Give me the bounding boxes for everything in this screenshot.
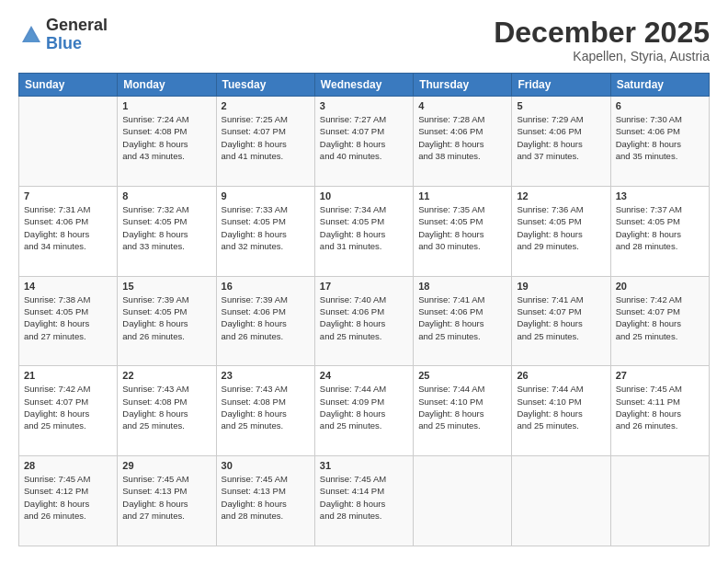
calendar-cell	[610, 456, 709, 546]
day-number: 29	[122, 460, 210, 471]
day-number: 31	[320, 460, 408, 471]
logo-general: General	[46, 17, 108, 35]
calendar-cell: 14Sunrise: 7:38 AMSunset: 4:05 PMDayligh…	[19, 276, 118, 366]
day-info: Sunrise: 7:44 AMSunset: 4:09 PMDaylight:…	[320, 383, 408, 431]
day-number: 9	[222, 190, 310, 201]
day-info: Sunrise: 7:45 AMSunset: 4:12 PMDaylight:…	[24, 473, 112, 522]
day-number: 28	[24, 460, 112, 471]
day-number: 24	[320, 370, 408, 381]
calendar-cell: 20Sunrise: 7:42 AMSunset: 4:07 PMDayligh…	[610, 276, 709, 366]
logo: General Blue	[18, 17, 108, 53]
day-info: Sunrise: 7:25 AMSunset: 4:07 PMDaylight:…	[222, 113, 310, 162]
day-number: 4	[418, 100, 506, 111]
day-number: 14	[24, 281, 112, 292]
calendar-cell: 22Sunrise: 7:43 AMSunset: 4:08 PMDayligh…	[118, 366, 216, 456]
calendar-cell	[19, 97, 118, 187]
day-info: Sunrise: 7:43 AMSunset: 4:08 PMDaylight:…	[222, 383, 310, 431]
calendar-cell: 23Sunrise: 7:43 AMSunset: 4:08 PMDayligh…	[216, 366, 314, 456]
calendar-cell: 7Sunrise: 7:31 AMSunset: 4:06 PMDaylight…	[19, 186, 118, 276]
day-info: Sunrise: 7:31 AMSunset: 4:06 PMDaylight:…	[24, 203, 112, 252]
title-block: December 2025 Kapellen, Styria, Austria	[494, 17, 710, 63]
calendar-cell: 17Sunrise: 7:40 AMSunset: 4:06 PMDayligh…	[314, 276, 413, 366]
day-number: 12	[517, 190, 605, 201]
day-info: Sunrise: 7:37 AMSunset: 4:05 PMDaylight:…	[616, 203, 704, 252]
day-number: 18	[418, 281, 506, 292]
day-info: Sunrise: 7:39 AMSunset: 4:06 PMDaylight:…	[222, 293, 310, 342]
col-wednesday: Wednesday	[314, 74, 413, 97]
month-title: December 2025	[494, 17, 710, 49]
location: Kapellen, Styria, Austria	[494, 49, 710, 63]
day-number: 22	[122, 370, 210, 381]
day-info: Sunrise: 7:45 AMSunset: 4:14 PMDaylight:…	[320, 473, 408, 522]
calendar-cell: 11Sunrise: 7:35 AMSunset: 4:05 PMDayligh…	[414, 186, 512, 276]
calendar-cell: 9Sunrise: 7:33 AMSunset: 4:05 PMDaylight…	[216, 186, 314, 276]
calendar-cell: 4Sunrise: 7:28 AMSunset: 4:06 PMDaylight…	[414, 97, 512, 187]
day-number: 8	[122, 190, 210, 201]
calendar-cell: 16Sunrise: 7:39 AMSunset: 4:06 PMDayligh…	[216, 276, 314, 366]
day-number: 3	[320, 100, 408, 111]
day-info: Sunrise: 7:45 AMSunset: 4:13 PMDaylight:…	[222, 473, 310, 522]
day-number: 30	[222, 460, 310, 471]
calendar-week-4: 28Sunrise: 7:45 AMSunset: 4:12 PMDayligh…	[19, 456, 710, 546]
day-number: 19	[517, 281, 605, 292]
col-friday: Friday	[512, 74, 610, 97]
calendar-cell	[414, 456, 512, 546]
day-number: 25	[418, 370, 506, 381]
calendar-cell: 29Sunrise: 7:45 AMSunset: 4:13 PMDayligh…	[118, 456, 216, 546]
day-number: 10	[320, 190, 408, 201]
calendar-week-0: 1Sunrise: 7:24 AMSunset: 4:08 PMDaylight…	[19, 97, 710, 187]
calendar-week-2: 14Sunrise: 7:38 AMSunset: 4:05 PMDayligh…	[19, 276, 710, 366]
calendar-cell: 12Sunrise: 7:36 AMSunset: 4:05 PMDayligh…	[512, 186, 610, 276]
col-thursday: Thursday	[414, 74, 512, 97]
calendar-week-1: 7Sunrise: 7:31 AMSunset: 4:06 PMDaylight…	[19, 186, 710, 276]
calendar-cell: 13Sunrise: 7:37 AMSunset: 4:05 PMDayligh…	[610, 186, 709, 276]
calendar-cell: 19Sunrise: 7:41 AMSunset: 4:07 PMDayligh…	[512, 276, 610, 366]
day-info: Sunrise: 7:41 AMSunset: 4:06 PMDaylight:…	[418, 293, 506, 342]
day-number: 17	[320, 281, 408, 292]
day-number: 1	[122, 100, 210, 111]
col-monday: Monday	[118, 74, 216, 97]
logo-text: General Blue	[46, 17, 108, 53]
day-info: Sunrise: 7:38 AMSunset: 4:05 PMDaylight:…	[24, 293, 112, 342]
calendar-cell: 21Sunrise: 7:42 AMSunset: 4:07 PMDayligh…	[19, 366, 118, 456]
day-number: 2	[222, 100, 310, 111]
day-info: Sunrise: 7:44 AMSunset: 4:10 PMDaylight:…	[517, 383, 605, 431]
day-number: 21	[24, 370, 112, 381]
calendar-cell: 10Sunrise: 7:34 AMSunset: 4:05 PMDayligh…	[314, 186, 413, 276]
col-sunday: Sunday	[19, 74, 118, 97]
page: General Blue December 2025 Kapellen, Sty…	[0, 0, 728, 563]
calendar-cell: 15Sunrise: 7:39 AMSunset: 4:05 PMDayligh…	[118, 276, 216, 366]
day-number: 5	[517, 100, 605, 111]
day-number: 26	[517, 370, 605, 381]
day-info: Sunrise: 7:34 AMSunset: 4:05 PMDaylight:…	[320, 203, 408, 252]
calendar-cell: 28Sunrise: 7:45 AMSunset: 4:12 PMDayligh…	[19, 456, 118, 546]
calendar-cell: 26Sunrise: 7:44 AMSunset: 4:10 PMDayligh…	[512, 366, 610, 456]
day-info: Sunrise: 7:33 AMSunset: 4:05 PMDaylight:…	[222, 203, 310, 252]
day-info: Sunrise: 7:35 AMSunset: 4:05 PMDaylight:…	[418, 203, 506, 252]
calendar-cell: 27Sunrise: 7:45 AMSunset: 4:11 PMDayligh…	[610, 366, 709, 456]
calendar-cell: 1Sunrise: 7:24 AMSunset: 4:08 PMDaylight…	[118, 97, 216, 187]
day-info: Sunrise: 7:45 AMSunset: 4:13 PMDaylight:…	[122, 473, 210, 522]
day-info: Sunrise: 7:36 AMSunset: 4:05 PMDaylight:…	[517, 203, 605, 252]
day-info: Sunrise: 7:28 AMSunset: 4:06 PMDaylight:…	[418, 113, 506, 162]
header: General Blue December 2025 Kapellen, Sty…	[18, 17, 710, 63]
calendar-table: Sunday Monday Tuesday Wednesday Thursday…	[18, 73, 710, 546]
day-info: Sunrise: 7:29 AMSunset: 4:06 PMDaylight:…	[517, 113, 605, 162]
day-info: Sunrise: 7:27 AMSunset: 4:07 PMDaylight:…	[320, 113, 408, 162]
calendar-cell: 24Sunrise: 7:44 AMSunset: 4:09 PMDayligh…	[314, 366, 413, 456]
day-number: 6	[616, 100, 704, 111]
calendar-cell	[512, 456, 610, 546]
calendar-cell: 8Sunrise: 7:32 AMSunset: 4:05 PMDaylight…	[118, 186, 216, 276]
day-number: 16	[222, 281, 310, 292]
day-info: Sunrise: 7:42 AMSunset: 4:07 PMDaylight:…	[24, 383, 112, 431]
calendar-cell: 18Sunrise: 7:41 AMSunset: 4:06 PMDayligh…	[414, 276, 512, 366]
calendar-cell: 6Sunrise: 7:30 AMSunset: 4:06 PMDaylight…	[610, 97, 709, 187]
day-number: 27	[616, 370, 704, 381]
day-info: Sunrise: 7:24 AMSunset: 4:08 PMDaylight:…	[122, 113, 210, 162]
day-info: Sunrise: 7:41 AMSunset: 4:07 PMDaylight:…	[517, 293, 605, 342]
calendar-cell: 3Sunrise: 7:27 AMSunset: 4:07 PMDaylight…	[314, 97, 413, 187]
calendar-cell: 25Sunrise: 7:44 AMSunset: 4:10 PMDayligh…	[414, 366, 512, 456]
logo-icon	[18, 22, 44, 48]
day-info: Sunrise: 7:45 AMSunset: 4:11 PMDaylight:…	[616, 383, 704, 431]
day-info: Sunrise: 7:42 AMSunset: 4:07 PMDaylight:…	[616, 293, 704, 342]
